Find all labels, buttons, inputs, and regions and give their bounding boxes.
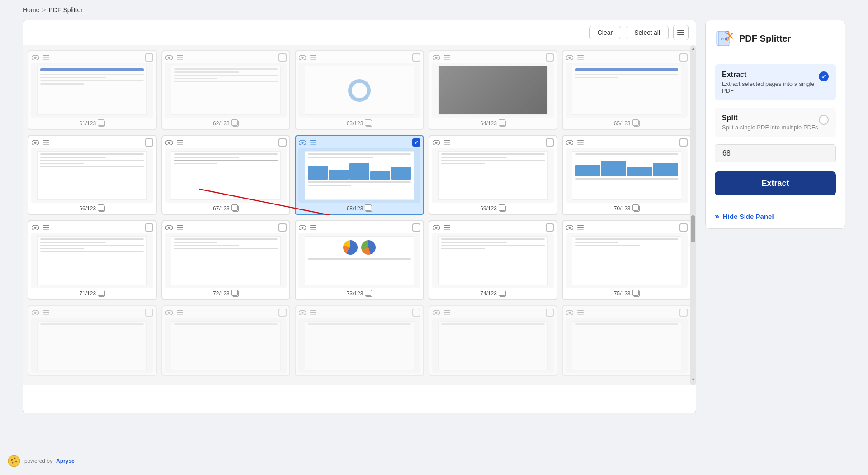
copy-icon-70[interactable] — [633, 205, 640, 212]
checkbox-76[interactable] — [145, 309, 153, 317]
eye-icon-64[interactable] — [432, 53, 440, 62]
menu-icon-68[interactable] — [309, 138, 317, 147]
copy-icon-69[interactable] — [500, 205, 506, 212]
menu-icon-78[interactable] — [309, 309, 317, 317]
checkbox-68[interactable] — [412, 138, 420, 147]
eye-icon-80[interactable] — [566, 309, 574, 317]
eye-icon-77[interactable] — [165, 309, 173, 317]
extract-option[interactable]: Extract Extract selected pages into a si… — [715, 64, 836, 100]
menu-icon-76[interactable] — [42, 309, 50, 317]
copy-icon-63[interactable] — [366, 120, 372, 127]
eye-icon-71[interactable] — [31, 223, 39, 232]
copy-icon-64[interactable] — [500, 120, 506, 127]
extract-button[interactable]: Extract — [715, 171, 836, 195]
copy-icon-66[interactable] — [99, 205, 105, 212]
svg-rect-15 — [310, 55, 316, 56]
checkbox-80[interactable] — [679, 309, 688, 317]
copy-icon-67[interactable] — [232, 205, 239, 212]
scroll-up-btn[interactable]: ▲ — [691, 46, 695, 53]
eye-icon-72[interactable] — [165, 223, 173, 232]
menu-icon-73[interactable] — [309, 223, 317, 232]
eye-icon-61[interactable] — [31, 53, 39, 62]
breadcrumb-home[interactable]: Home — [23, 6, 39, 14]
copy-icon-72[interactable] — [232, 290, 239, 297]
apryse-link[interactable]: Apryse — [56, 458, 75, 464]
eye-icon-69[interactable] — [432, 138, 440, 147]
checkbox-71[interactable] — [145, 223, 153, 232]
page-label-63: 63/123 — [347, 120, 363, 127]
eye-icon-76[interactable] — [31, 309, 39, 317]
eye-icon-70[interactable] — [566, 138, 574, 147]
copy-icon-65[interactable] — [633, 120, 640, 127]
clear-button[interactable]: Clear — [589, 26, 621, 39]
page-card-67: 67/123 — [161, 135, 291, 215]
eye-icon-65[interactable] — [566, 53, 574, 62]
eye-icon-62[interactable] — [165, 53, 173, 62]
menu-icon-72[interactable] — [176, 223, 184, 232]
copy-icon-68[interactable] — [366, 205, 372, 212]
eye-icon-73[interactable] — [298, 223, 307, 232]
menu-icon-69[interactable] — [443, 138, 451, 147]
page-label-72: 72/123 — [213, 290, 230, 297]
eye-icon-68[interactable] — [298, 138, 307, 147]
copy-icon-75[interactable] — [633, 290, 640, 297]
eye-icon-75[interactable] — [566, 223, 574, 232]
copy-icon-61[interactable] — [99, 120, 105, 127]
page-label-61: 61/123 — [79, 120, 96, 127]
menu-button[interactable] — [673, 25, 689, 40]
menu-icon-65[interactable] — [576, 53, 585, 62]
scrollbar-thumb[interactable] — [691, 215, 695, 242]
menu-icon-75[interactable] — [576, 223, 585, 232]
menu-icon-80[interactable] — [576, 309, 585, 317]
checkbox-73[interactable] — [412, 223, 420, 232]
menu-icon-67[interactable] — [176, 138, 184, 147]
copy-icon-71[interactable] — [99, 290, 105, 297]
checkbox-61[interactable] — [145, 53, 153, 62]
checkbox-64[interactable] — [546, 53, 554, 62]
checkbox-65[interactable] — [679, 53, 688, 62]
eye-icon-63[interactable] — [298, 53, 307, 62]
copy-icon-62[interactable] — [232, 120, 239, 127]
eye-icon-78[interactable] — [298, 309, 307, 317]
svg-rect-32 — [43, 144, 49, 145]
select-all-button[interactable]: Select all — [626, 26, 669, 39]
scroll-down-btn[interactable]: ▼ — [691, 377, 695, 385]
scrollbar-track[interactable]: ▲ ▼ — [690, 45, 696, 385]
checkbox-72[interactable] — [278, 223, 287, 232]
menu-icon-70[interactable] — [576, 138, 585, 147]
copy-icon-74[interactable] — [500, 290, 506, 297]
hide-side-panel-link[interactable]: » Hide Side Panel — [715, 212, 836, 221]
copy-icon-73[interactable] — [366, 290, 372, 297]
checkbox-78[interactable] — [412, 309, 420, 317]
pages-row-3: 71/123 — [28, 220, 691, 300]
checkbox-70[interactable] — [679, 138, 688, 147]
checkbox-67[interactable] — [278, 138, 287, 147]
checkbox-66[interactable] — [145, 138, 153, 147]
checkbox-63[interactable] — [412, 53, 420, 62]
eye-icon-67[interactable] — [165, 138, 173, 147]
menu-icon-61[interactable] — [42, 53, 50, 62]
pages-grid: 61/123 — [23, 45, 696, 385]
split-option[interactable]: Split Split a single PDF into multiple P… — [715, 108, 836, 137]
menu-icon-79[interactable] — [443, 309, 451, 317]
menu-icon-74[interactable] — [443, 223, 451, 232]
menu-icon-62[interactable] — [176, 53, 184, 62]
menu-icon-77[interactable] — [176, 309, 184, 317]
split-desc: Split a single PDF into multiple PDFs — [722, 124, 818, 131]
checkbox-74[interactable] — [546, 223, 554, 232]
checkbox-62[interactable] — [278, 53, 287, 62]
pdf-splitter-icon: PDF — [715, 28, 735, 48]
checkbox-77[interactable] — [278, 309, 287, 317]
menu-icon-66[interactable] — [42, 138, 50, 147]
menu-icon-64[interactable] — [443, 53, 451, 62]
eye-icon-74[interactable] — [432, 223, 440, 232]
checkbox-79[interactable] — [546, 309, 554, 317]
menu-icon-63[interactable] — [309, 53, 317, 62]
svg-point-71 — [435, 227, 437, 229]
eye-icon-79[interactable] — [432, 309, 440, 317]
svg-point-29 — [34, 142, 37, 144]
checkbox-75[interactable] — [679, 223, 688, 232]
menu-icon-71[interactable] — [42, 223, 50, 232]
checkbox-69[interactable] — [546, 138, 554, 147]
eye-icon-66[interactable] — [31, 138, 39, 147]
